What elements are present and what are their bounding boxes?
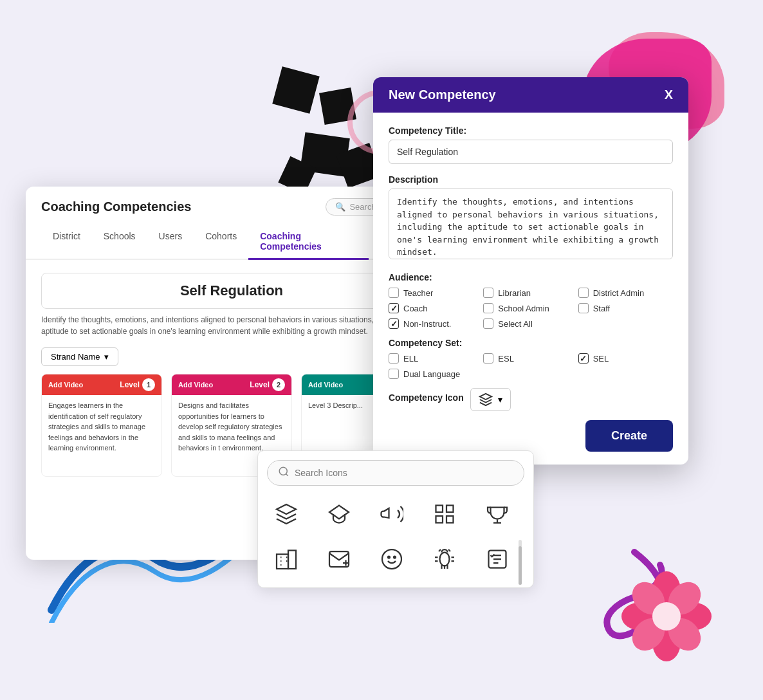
modal-header: New Competency X: [373, 77, 688, 113]
icon-buildings[interactable]: [267, 540, 306, 578]
bg-strand-row: Strand Name ▾: [41, 347, 422, 366]
svg-point-23: [388, 557, 390, 558]
svg-point-24: [394, 557, 396, 558]
audience-non-instruct[interactable]: ✓ Non-Instruct.: [389, 318, 483, 329]
description-textarea[interactable]: Identify the thoughts, emotions, and int…: [389, 189, 673, 259]
audience-librarian[interactable]: Librarian: [483, 288, 578, 298]
icon-dropdown-button[interactable]: ▾: [470, 388, 511, 411]
checkbox-ell[interactable]: [389, 353, 399, 364]
nav-coaching-competencies[interactable]: Coaching Competencies: [248, 225, 369, 260]
checkbox-staff[interactable]: [578, 303, 589, 313]
svg-rect-18: [436, 516, 443, 523]
level-card-1: Add Video Level 1 Engages learners in th…: [41, 374, 162, 477]
add-video-btn-1[interactable]: Add Video: [48, 381, 83, 389]
icon-grid[interactable]: [425, 495, 464, 533]
competency-set-label: Competency Set:: [389, 338, 673, 348]
set-esl[interactable]: ESL: [483, 353, 578, 364]
search-icon: 🔍: [335, 202, 345, 212]
level-card-2-header: Add Video Level 2: [172, 374, 291, 395]
checkbox-coach[interactable]: ✓: [389, 303, 399, 313]
nav-cohorts[interactable]: Cohorts: [194, 225, 248, 260]
new-competency-modal: New Competency X Competency Title: Descr…: [373, 77, 688, 465]
icon-smiley[interactable]: [372, 540, 411, 578]
svg-point-15: [279, 467, 287, 475]
checkbox-sel[interactable]: ✓: [578, 353, 589, 364]
icons-grid: [267, 495, 524, 578]
audience-coach[interactable]: ✓ Coach: [389, 303, 483, 313]
nav-users[interactable]: Users: [147, 225, 194, 260]
audience-school-admin-label: School Admin: [498, 304, 549, 313]
icon-search-row: [267, 460, 524, 486]
scrollbar-thumb: [519, 546, 522, 585]
icon-bug[interactable]: [425, 540, 464, 578]
icon-cube-3d[interactable]: [267, 495, 306, 533]
audience-district-admin-label: District Admin: [593, 288, 644, 298]
icon-trophy[interactable]: [478, 495, 517, 533]
audience-select-all[interactable]: Select All: [483, 318, 578, 329]
audience-non-instruct-label: Non-Instruct.: [403, 319, 451, 329]
add-video-btn-3[interactable]: Add Video: [308, 381, 343, 389]
checkbox-school-admin[interactable]: [483, 303, 493, 313]
modal-title: New Competency: [389, 88, 496, 102]
set-esl-label: ESL: [498, 354, 514, 364]
svg-point-25: [440, 553, 450, 566]
checkbox-librarian[interactable]: [483, 288, 493, 298]
competency-title-input[interactable]: [389, 140, 673, 164]
competency-set-section: Competency Set: ELL ESL ✓ SEL: [389, 338, 673, 379]
level-card-1-body: Engages learners in the identification o…: [42, 395, 161, 459]
checkbox-esl[interactable]: [483, 353, 493, 364]
level-num-1: 1: [142, 378, 155, 391]
competency-set-grid: ELL ESL ✓ SEL Dual Language: [389, 353, 673, 379]
strand-chevron-icon: ▾: [104, 352, 109, 362]
audience-grid: Teacher Librarian District Admin ✓ Coach: [389, 288, 673, 329]
level-badge-1: Level 1: [120, 378, 155, 391]
audience-section: Audience: Teacher Librarian District Adm…: [389, 272, 673, 329]
bg-window-title: Coaching Competencies: [41, 199, 191, 214]
nav-district[interactable]: District: [41, 225, 92, 260]
icon-mail-plus[interactable]: [320, 540, 358, 578]
bg-description: Identify the thoughts, emotions, and int…: [41, 314, 422, 337]
checkbox-select-all[interactable]: [483, 318, 493, 329]
audience-coach-label: Coach: [403, 304, 428, 313]
checkbox-non-instruct[interactable]: ✓: [389, 318, 399, 329]
set-sel[interactable]: ✓ SEL: [578, 353, 673, 364]
set-ell[interactable]: ELL: [389, 353, 483, 364]
icon-picker: [257, 450, 534, 588]
dropdown-chevron-icon: ▾: [498, 394, 502, 405]
checkbox-district-admin[interactable]: [578, 288, 589, 298]
svg-rect-0: [272, 66, 319, 113]
audience-staff[interactable]: Staff: [578, 303, 673, 313]
nav-schools[interactable]: Schools: [92, 225, 147, 260]
audience-teacher[interactable]: Teacher: [389, 288, 483, 298]
set-dual-language-label: Dual Language: [403, 369, 460, 379]
icon-megaphone[interactable]: [372, 495, 411, 533]
description-label: Description: [389, 174, 673, 185]
audience-school-admin[interactable]: School Admin: [483, 303, 578, 313]
strand-label: Strand Name: [51, 352, 100, 362]
set-dual-language[interactable]: Dual Language: [389, 369, 483, 379]
create-button[interactable]: Create: [585, 420, 673, 452]
level-card-1-header: Add Video Level 1: [42, 374, 161, 395]
add-video-btn-2[interactable]: Add Video: [178, 381, 213, 389]
checkbox-teacher[interactable]: [389, 288, 399, 298]
strand-dropdown[interactable]: Strand Name ▾: [41, 347, 118, 366]
audience-staff-label: Staff: [593, 304, 611, 313]
icon-search-input[interactable]: [295, 468, 513, 478]
competency-icon-label: Competency Icon: [389, 392, 464, 403]
modal-close-button[interactable]: X: [665, 88, 673, 102]
icon-checklist[interactable]: [478, 540, 517, 578]
modal-body: Competency Title: Description Identify t…: [373, 113, 688, 465]
icon-graduation-cap[interactable]: [320, 495, 358, 533]
audience-select-all-label: Select All: [498, 319, 532, 329]
level-card-2-body: Designs and facilitates opportunities fo…: [172, 395, 291, 459]
svg-point-22: [382, 549, 401, 569]
cube-icon: [479, 392, 493, 407]
audience-district-admin[interactable]: District Admin: [578, 288, 673, 298]
checkbox-dual-language[interactable]: [389, 369, 399, 379]
svg-rect-21: [288, 551, 296, 569]
svg-rect-16: [436, 506, 443, 513]
icon-picker-scrollbar[interactable]: [519, 540, 522, 572]
competency-title-label: Competency Title:: [389, 125, 673, 136]
audience-librarian-label: Librarian: [498, 288, 531, 298]
competency-icon-row: Competency Icon ▾: [389, 388, 673, 411]
